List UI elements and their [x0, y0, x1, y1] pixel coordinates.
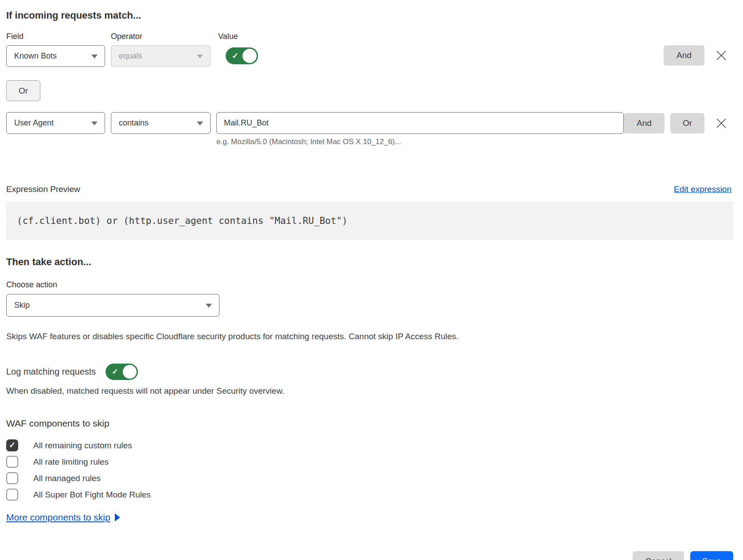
checkbox-label: All remaining custom rules — [33, 441, 132, 450]
field-label: Field — [6, 32, 105, 41]
condition-row-2: User Agent contains e.g. Mozilla/5.0 (Ma… — [6, 112, 727, 146]
value-group-row1: Value ✓ — [218, 32, 258, 64]
checkbox-managed-rules[interactable] — [6, 472, 18, 484]
chevron-down-icon — [206, 304, 212, 308]
cancel-button[interactable]: Cancel — [633, 551, 684, 560]
log-matching-row: Log matching requests ✓ — [6, 364, 743, 380]
operator-group: Operator equals — [111, 32, 211, 67]
value-label: Value — [218, 32, 258, 41]
field-select-row1[interactable]: Known Bots — [6, 45, 105, 67]
field-select-row2[interactable]: User Agent — [6, 112, 105, 134]
chevron-down-icon — [197, 121, 203, 125]
checkbox-rate-limiting-rules[interactable] — [6, 456, 18, 468]
action-select-value: Skip — [14, 301, 30, 310]
value-input-row2[interactable] — [216, 112, 624, 134]
operator-select-value: contains — [119, 118, 149, 128]
row2-actions: And Or — [624, 112, 727, 134]
condition-row-1: Field Known Bots Operator equals Value ✓ — [6, 32, 727, 67]
value-toggle-wrap: ✓ — [226, 45, 258, 64]
x-icon — [716, 50, 727, 61]
and-button-row1[interactable]: And — [664, 45, 704, 66]
operator-select-row2[interactable]: contains — [111, 112, 211, 134]
match-section-heading: If incoming requests match... — [6, 10, 727, 21]
expression-code: (cf.client.bot) or (http.user_agent cont… — [17, 215, 348, 226]
operator-select-row1: equals — [111, 45, 211, 67]
expression-header: Expression Preview Edit expression — [6, 184, 731, 194]
field-select-value: User Agent — [14, 118, 54, 128]
field-select-value: Known Bots — [14, 51, 57, 61]
checkbox-label: All Super Bot Fight Mode Rules — [33, 490, 151, 500]
or-button-row2[interactable]: Or — [670, 113, 704, 133]
more-components-row: More components to skip — [6, 512, 743, 523]
toggle-knob — [123, 365, 137, 379]
action-section-heading: Then take action... — [6, 256, 743, 268]
save-button[interactable]: Save — [690, 551, 733, 560]
operator-select-value: equals — [119, 51, 142, 61]
checkbox-label: All rate limiting rules — [33, 457, 109, 467]
field-group: Field Known Bots — [6, 32, 105, 67]
x-icon — [716, 117, 727, 129]
delete-condition-button-row2[interactable] — [716, 117, 727, 129]
and-button-row2[interactable]: And — [624, 113, 665, 133]
or-connector-button[interactable]: Or — [6, 80, 40, 101]
chevron-down-icon — [91, 55, 98, 59]
log-matching-label: Log matching requests — [6, 367, 96, 377]
chevron-down-icon — [197, 55, 203, 59]
checkbox-remaining-custom-rules[interactable] — [6, 439, 18, 451]
value-group-row2: e.g. Mozilla/5.0 (Macintosh; Intel Mac O… — [216, 112, 624, 146]
choose-action-label: Choose action — [6, 280, 743, 290]
operator-label: Operator — [111, 32, 211, 41]
more-components-link[interactable]: More components to skip — [6, 512, 110, 523]
log-matching-toggle[interactable]: ✓ — [106, 364, 138, 380]
waf-components-heading: WAF components to skip — [6, 418, 743, 429]
delete-condition-button-row1[interactable] — [716, 50, 727, 61]
list-item: All rate limiting rules — [6, 456, 743, 468]
list-item: All Super Bot Fight Mode Rules — [6, 489, 743, 501]
row1-actions: And — [664, 44, 727, 66]
list-item: All remaining custom rules — [6, 439, 743, 451]
toggle-knob — [242, 49, 257, 63]
value-toggle[interactable]: ✓ — [226, 47, 258, 64]
action-description: Skips WAF features or disables specific … — [6, 332, 727, 341]
value-input-hint: e.g. Mozilla/5.0 (Macintosh; Intel Mac O… — [216, 137, 624, 146]
check-icon: ✓ — [232, 51, 239, 61]
checkbox-super-bot-fight-mode-rules[interactable] — [6, 489, 18, 501]
checkbox-label: All managed rules — [33, 474, 101, 483]
custom-rule-editor: If incoming requests match... Field Know… — [0, 0, 743, 560]
chevron-down-icon — [91, 121, 98, 125]
expression-preview-label: Expression Preview — [6, 184, 80, 194]
log-matching-description: When disabled, matched requests will not… — [6, 386, 727, 396]
action-select[interactable]: Skip — [6, 294, 219, 317]
list-item: All managed rules — [6, 472, 743, 484]
expression-preview-box: (cf.client.bot) or (http.user_agent cont… — [6, 201, 733, 240]
check-icon: ✓ — [112, 367, 118, 376]
triangle-right-icon — [115, 513, 120, 521]
waf-components-list: All remaining custom rules All rate limi… — [6, 439, 743, 501]
edit-expression-link[interactable]: Edit expression — [674, 184, 731, 194]
